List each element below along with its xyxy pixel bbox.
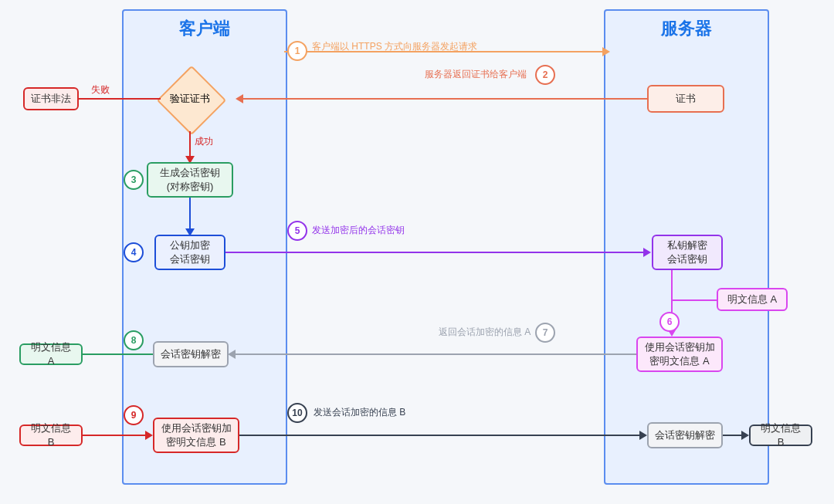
plain-a-left-box: 明文信息 A [19, 343, 83, 365]
label-7: 返回会话加密的信息 A [439, 326, 531, 339]
arrow-5-head [643, 248, 651, 257]
arrow-fail [79, 98, 161, 100]
arrow-plain-b-in-head [145, 431, 153, 440]
arrow-success [189, 131, 191, 157]
step-5: 5 [287, 221, 307, 241]
label-success: 成功 [195, 135, 213, 148]
plain-b-right-box: 明文信息 B [749, 425, 812, 446]
step-2: 2 [535, 65, 555, 85]
step-3: 3 [124, 170, 144, 190]
line-plain-a-right [671, 299, 717, 301]
server-title: 服务器 [605, 17, 768, 40]
enc-plain-b-l1: 使用会话密钥加 [161, 421, 232, 435]
arrow-10 [239, 435, 641, 436]
step-6: 6 [659, 312, 680, 332]
privkey-dec-l1: 私钥解密 [667, 238, 707, 252]
arrow-7 [236, 353, 636, 355]
privkey-dec-box: 私钥解密 会话密钥 [652, 235, 723, 270]
plain-a-right-box: 明文信息 A [717, 288, 788, 311]
session-decrypt-right-box: 会话密钥解密 [647, 422, 723, 448]
pubkey-enc-l2: 会话密钥 [170, 252, 210, 266]
arrow-plain-b-in [83, 435, 147, 436]
pubkey-enc-box: 公钥加密 会话密钥 [154, 235, 225, 270]
client-title: 客户端 [124, 17, 286, 40]
arrow-1-head [602, 47, 610, 56]
pubkey-enc-l1: 公钥加密 [170, 238, 210, 252]
verify-label: 验证证书 [170, 92, 210, 106]
arrow-to-plain-b-right-head [741, 431, 749, 440]
enc-plain-a-box: 使用会话密钥加 密明文信息 A [636, 337, 723, 372]
label-2: 服务器返回证书给客户端 [425, 68, 527, 81]
step-1: 1 [287, 41, 307, 61]
enc-plain-a-l1: 使用会话密钥加 [645, 340, 715, 354]
label-5: 发送加密后的会话密钥 [312, 224, 405, 237]
session-decrypt-box: 会话密钥解密 [153, 341, 229, 367]
enc-plain-a-l2: 密明文信息 A [649, 354, 709, 368]
arrow-8 [83, 353, 153, 355]
verify-diamond: 验证证书 [167, 76, 213, 122]
cert-box: 证书 [647, 85, 724, 113]
step-10: 10 [287, 403, 307, 423]
arrow-7-head [228, 350, 236, 359]
step-9: 9 [124, 405, 144, 425]
arrow-2 [243, 98, 647, 100]
cert-invalid-box: 证书非法 [23, 87, 79, 110]
arrow-10-head [639, 431, 647, 440]
gen-session-l2: (对称密钥) [167, 180, 214, 194]
step-8: 8 [124, 330, 144, 350]
step-7: 7 [535, 323, 555, 343]
plain-b-left-box: 明文信息 B [19, 425, 83, 446]
privkey-dec-l2: 会话密钥 [667, 252, 707, 266]
gen-session-box: 生成会话密钥 (对称密钥) [147, 162, 233, 198]
arrow-2-head [236, 94, 243, 103]
enc-plain-b-box: 使用会话密钥加 密明文信息 B [153, 418, 239, 453]
gen-session-l1: 生成会话密钥 [160, 166, 220, 180]
enc-plain-b-l2: 密明文信息 B [166, 435, 225, 449]
label-1: 客户端以 HTTPS 方式向服务器发起请求 [312, 40, 477, 53]
arrow-5 [225, 252, 645, 253]
arrow-to-plain-b-right [723, 435, 743, 436]
label-10: 发送会话加密的信息 B [314, 406, 405, 419]
step-4: 4 [124, 242, 144, 262]
label-fail: 失败 [91, 83, 110, 96]
diagram-canvas: 客户端 服务器 1 客户端以 HTTPS 方式向服务器发起请求 证书 2 服务器… [0, 0, 834, 504]
arrow-to-4 [189, 198, 191, 230]
